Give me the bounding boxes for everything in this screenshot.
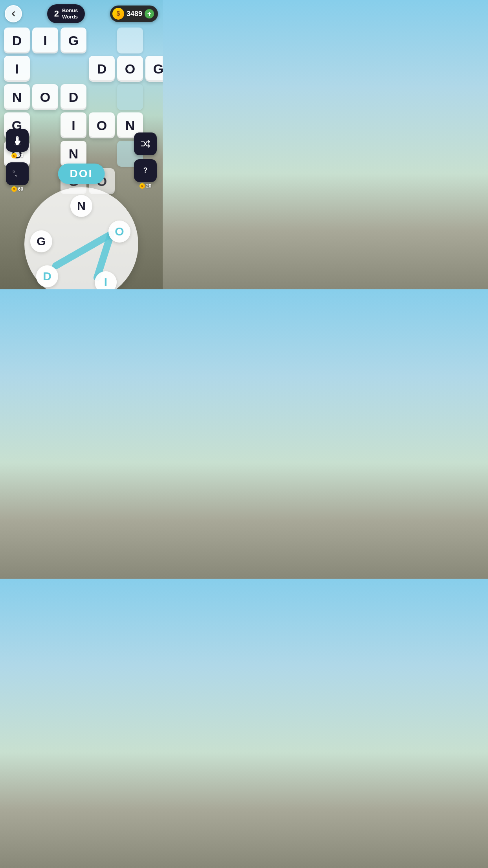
header: 2 BonusWords $ 3489 + [0, 0, 163, 28]
cell-blank-1 [117, 28, 143, 53]
hint-coin-icon: $ [11, 153, 17, 158]
hint-button[interactable] [6, 129, 29, 152]
wheel-letter-O[interactable]: O [108, 221, 130, 243]
svg-point-3 [17, 137, 18, 138]
help-control: ? $ 20 [134, 159, 157, 189]
wheel-letter-N[interactable]: N [70, 195, 92, 217]
back-button[interactable] [5, 5, 22, 22]
bonus-count: 2 [54, 9, 59, 19]
help-cost: $ 20 [139, 183, 151, 189]
help-coin-icon: $ [139, 183, 145, 189]
svg-text:?: ? [15, 174, 17, 178]
svg-text:?!: ?! [13, 170, 15, 174]
cell-I1: I [32, 28, 58, 53]
reveal-cost: $ 60 [11, 186, 23, 192]
reveal-coin-icon: $ [11, 186, 17, 192]
shuffle-control [134, 132, 157, 155]
coins-amount: 3489 [127, 10, 142, 18]
help-button[interactable]: ? [134, 159, 157, 182]
cell-O2: O [32, 84, 58, 110]
bonus-words-badge: 2 BonusWords [47, 4, 85, 23]
cell-N1: N [4, 84, 30, 110]
bonus-label: BonusWords [62, 7, 78, 20]
wheel-letter-G[interactable]: G [30, 230, 52, 252]
reveal-control: ?! ? $ 60 [6, 162, 29, 192]
cell-G2: G [145, 56, 163, 82]
wheel-letter-D[interactable]: D [36, 265, 58, 287]
svg-text:?: ? [143, 166, 148, 174]
right-controls: ? $ 20 [134, 132, 157, 189]
cell-D3: D [61, 84, 86, 110]
letter-wheel[interactable]: N O D I G [24, 187, 138, 289]
hint-control: $ 30 [6, 129, 29, 158]
coin-icon: $ [112, 8, 124, 20]
cell-D2: D [89, 56, 115, 82]
cell-blank-2 [117, 84, 143, 110]
cell-G1: G [61, 28, 86, 53]
add-coins-button[interactable]: + [145, 9, 154, 18]
reveal-cost-label: 60 [18, 186, 23, 192]
hint-cost: $ 30 [11, 153, 23, 158]
shuffle-button[interactable] [134, 132, 157, 155]
help-cost-label: 20 [146, 183, 151, 189]
cell-I2: I [4, 56, 30, 82]
hint-cost-label: 30 [18, 153, 23, 158]
cell-D1: D [4, 28, 30, 53]
bottom-controls: $ 30 ?! ? $ 60 [0, 129, 163, 192]
reveal-button[interactable]: ?! ? [6, 162, 29, 185]
left-controls: $ 30 ?! ? $ 60 [6, 129, 29, 192]
coins-badge: $ 3489 + [110, 6, 158, 22]
cell-O1: O [117, 56, 143, 82]
